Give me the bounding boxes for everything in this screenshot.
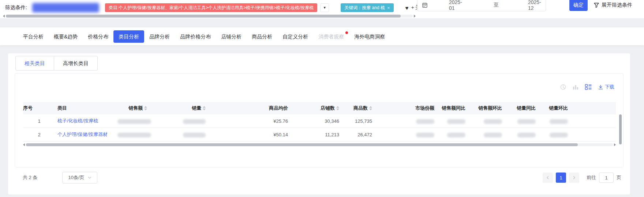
col-category: 类目 bbox=[55, 105, 117, 111]
expand-filters-label: 展开筛选条件 bbox=[602, 2, 632, 8]
sort-icon bbox=[203, 106, 206, 110]
redacted-sales-yoy bbox=[439, 132, 471, 137]
redacted-sales-value bbox=[117, 118, 152, 124]
redacted-market-share bbox=[377, 132, 439, 137]
redacted-volume-mom bbox=[541, 132, 573, 137]
tab-high-growth-categories[interactable]: 高增长类目 bbox=[54, 56, 98, 71]
col-product-count[interactable]: 商品数 bbox=[344, 105, 377, 111]
expand-filters-button[interactable]: 展开筛选条件 bbox=[594, 0, 632, 11]
goto-page-input[interactable] bbox=[599, 173, 614, 183]
download-icon bbox=[598, 84, 603, 90]
date-range-separator: 至 bbox=[494, 2, 499, 8]
col-volume[interactable]: 销量 bbox=[152, 105, 211, 111]
redacted-sales-mom bbox=[471, 132, 507, 137]
tab-overview-trends[interactable]: 概要&趋势 bbox=[49, 30, 83, 43]
filter-bar-scrollbar[interactable] bbox=[3, 14, 416, 18]
funnel-icon bbox=[594, 2, 599, 8]
sort-icon bbox=[336, 106, 339, 110]
page-size-select[interactable]: 10条/页 bbox=[62, 172, 97, 183]
col-market-share: 市场份额 bbox=[377, 105, 439, 111]
product-count-value: 26,472 bbox=[344, 132, 377, 137]
redacted-volume-yoy bbox=[507, 118, 541, 124]
tab-overseas-ecommerce[interactable]: 海外电商洞察 bbox=[349, 30, 390, 43]
goto-page: 前往 页 bbox=[587, 173, 621, 183]
category-link[interactable]: 个人护理/保健/按摩器材 bbox=[57, 132, 108, 137]
tab-brand-price-distribution[interactable]: 品牌价格分布 bbox=[175, 30, 216, 43]
scroll-left-icon[interactable] bbox=[23, 143, 25, 146]
page-number-button[interactable]: 1 bbox=[556, 173, 566, 183]
redacted-volume-value bbox=[152, 132, 211, 137]
prev-page-button[interactable] bbox=[543, 173, 553, 183]
content-card: 相关类目 高增长类目 bbox=[8, 53, 630, 194]
product-count-value: 125,735 bbox=[344, 118, 377, 124]
scrollbar-thumb[interactable] bbox=[619, 114, 622, 144]
table-horizontal-scrollbar[interactable] bbox=[23, 143, 616, 146]
bar-chart-icon[interactable] bbox=[572, 84, 579, 90]
category-filter-tag[interactable]: 类目:个人护理/保健/按摩器材、家庭/个人清洁工具>个人洗护清洁用具>梳子/便携… bbox=[105, 3, 317, 12]
sub-tabs: 相关类目 高增长类目 bbox=[15, 56, 98, 71]
row-index: 1 bbox=[23, 118, 55, 124]
pie-chart-icon[interactable] bbox=[560, 84, 566, 90]
table-panel: 下载 序号 类目 销售额 销量 商品均价 店铺数 商品数 市场份额 销售额同比 … bbox=[15, 73, 624, 167]
sort-icon bbox=[369, 106, 372, 110]
download-label: 下载 bbox=[605, 84, 614, 90]
table-vertical-scrollbar[interactable] bbox=[619, 114, 622, 160]
tab-category-analysis[interactable]: 类目分析 bbox=[113, 30, 144, 43]
keyword-filter-text: 关键词：按摩 and 梳 bbox=[344, 5, 385, 11]
scrollbar-track[interactable] bbox=[6, 15, 413, 18]
total-count-label: 共 2 条 bbox=[23, 174, 37, 181]
col-volume-mom: 销量环比 bbox=[541, 105, 573, 111]
col-avg-price: 商品均价 bbox=[211, 105, 293, 111]
pagination-bar: 共 2 条 10条/页 1 bbox=[23, 172, 621, 183]
redacted-volume-mom bbox=[541, 118, 573, 124]
tab-shop-analysis[interactable]: 店铺分析 bbox=[216, 30, 247, 43]
category-filter-text: 类目:个人护理/保健/按摩器材、家庭/个人清洁工具>个人洗护清洁用具>梳子/便携… bbox=[109, 5, 314, 11]
col-sales[interactable]: 销售额 bbox=[117, 105, 152, 111]
next-page-button[interactable] bbox=[569, 173, 579, 183]
row-index: 2 bbox=[23, 132, 55, 137]
main-nav: 平台分析 概要&趋势 价格分布 类目分析 品牌分析 品牌价格分布 店铺分析 商品… bbox=[0, 27, 644, 45]
tab-consumer-insights[interactable]: 消费者观察 bbox=[313, 30, 349, 43]
scroll-right-icon[interactable] bbox=[414, 15, 416, 18]
goto-suffix: 页 bbox=[617, 174, 621, 181]
date-end-value[interactable]: 2025-12 bbox=[528, 0, 541, 11]
tab-product-analysis[interactable]: 商品分析 bbox=[247, 30, 277, 43]
scrollbar-thumb[interactable] bbox=[26, 143, 578, 146]
date-range-picker[interactable]: 2025-01 至 2025-12 bbox=[417, 0, 546, 11]
scrollbar-thumb[interactable] bbox=[6, 15, 401, 18]
heart-icon: ♥ bbox=[405, 5, 409, 11]
chevron-down-icon bbox=[87, 175, 92, 180]
scrollbar-track[interactable] bbox=[26, 143, 613, 146]
table-row: 1 梳子/化妆梳/按摩梳 ¥25.76 30,346 125,735 bbox=[23, 114, 616, 128]
shop-count-value: 30,346 bbox=[293, 118, 344, 124]
page-size-value: 10条/页 bbox=[68, 174, 84, 181]
scroll-left-icon[interactable] bbox=[3, 15, 5, 18]
list-view-icon[interactable] bbox=[585, 84, 592, 90]
scroll-right-icon[interactable] bbox=[614, 143, 616, 146]
close-icon[interactable]: × bbox=[387, 5, 390, 11]
col-shop-count[interactable]: 店铺数 bbox=[293, 105, 344, 111]
tag-expand-button[interactable]: ▼ bbox=[320, 3, 329, 12]
redacted-volume-yoy bbox=[507, 132, 541, 137]
next-page-icon bbox=[572, 175, 576, 180]
pager: 1 bbox=[543, 173, 579, 183]
col-sales-yoy: 销售额同比 bbox=[439, 105, 471, 111]
tab-related-categories[interactable]: 相关类目 bbox=[15, 56, 54, 71]
redacted-sales-value bbox=[117, 132, 152, 137]
col-volume-yoy: 销量同比 bbox=[507, 105, 541, 111]
tab-price-distribution[interactable]: 价格分布 bbox=[83, 30, 113, 43]
tab-brand-analysis[interactable]: 品牌分析 bbox=[144, 30, 175, 43]
category-link[interactable]: 梳子/化妆梳/按摩梳 bbox=[57, 118, 98, 124]
download-button[interactable]: 下载 bbox=[598, 84, 614, 90]
redacted-filter-tag bbox=[32, 3, 99, 12]
date-start-value[interactable]: 2025-01 bbox=[449, 0, 462, 11]
keyword-filter-tag[interactable]: 关键词：按摩 and 梳 × bbox=[341, 3, 393, 12]
redacted-market-share bbox=[377, 118, 439, 124]
prev-page-icon bbox=[546, 175, 550, 180]
tab-custom-analysis[interactable]: 自定义分析 bbox=[277, 30, 313, 43]
table-row: 2 个人护理/保健/按摩器材 ¥50.14 11,213 26,472 bbox=[23, 128, 616, 141]
sort-icon bbox=[144, 106, 147, 110]
table-toolbar: 下载 bbox=[560, 84, 614, 90]
confirm-button[interactable]: 确定 bbox=[569, 0, 588, 11]
tab-platform-analysis[interactable]: 平台分析 bbox=[18, 30, 49, 43]
